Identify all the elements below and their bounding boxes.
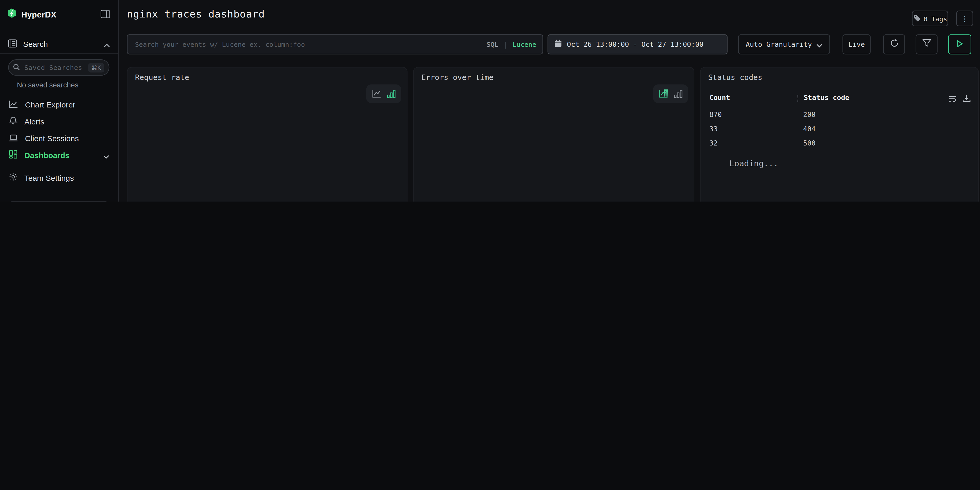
sidebar: HyperDX Search Saved Searches ⌘K No save… [0, 0, 119, 202]
sql-toggle[interactable]: SQL [487, 41, 498, 48]
granularity-value: Auto Granularity [746, 40, 812, 49]
table-body: 870200 33404 32500 [709, 107, 947, 151]
app-window: HyperDX Search Saved Searches ⌘K No save… [0, 0, 980, 202]
tag-icon [913, 13, 920, 24]
chevron-up-icon [104, 39, 110, 50]
chart-type-toggle: 00.751.52.33Oct 26 1:00:00 PM11:30:00 PM… [653, 84, 688, 103]
sidebar-collapse-icon[interactable] [100, 9, 110, 19]
column-header-count[interactable]: Count [709, 94, 797, 102]
bar-chart-icon[interactable] [387, 89, 396, 98]
saved-searches-input[interactable]: Saved Searches ⌘K [8, 59, 110, 76]
sidebar-item-chart-explorer[interactable]: Chart Explorer [0, 97, 118, 112]
loading-text: Loading... [729, 159, 778, 168]
refresh-button[interactable] [883, 35, 905, 54]
sidebar-item-label: Dashboards [24, 151, 70, 160]
chevron-down-icon [816, 39, 822, 50]
table-row[interactable]: 33404 [709, 122, 947, 136]
chart-line-icon [9, 100, 18, 111]
line-chart-icon[interactable]: 00.751.52.33Oct 26 1:00:00 PM11:30:00 PM… [659, 89, 668, 98]
hyperdx-logo-icon [7, 8, 17, 21]
chevron-down-icon [103, 150, 109, 161]
column-divider[interactable] [797, 94, 798, 102]
search-icon [13, 62, 20, 73]
table-header: Count Status code [709, 94, 947, 102]
tile-title: Request rate [135, 73, 189, 82]
brand[interactable]: HyperDX [7, 8, 57, 21]
download-icon[interactable] [963, 94, 971, 105]
search-section-icon [8, 39, 17, 50]
live-button[interactable]: Live [842, 35, 870, 54]
brand-name: HyperDX [21, 10, 57, 19]
events-search-box: SQL | Lucene [127, 35, 543, 54]
laptop-icon [9, 133, 18, 145]
dashboards-icon [9, 150, 18, 161]
tags-button[interactable]: 0 Tags [912, 11, 948, 26]
tile-title: Status codes [708, 73, 762, 82]
cell-count: 870 [709, 111, 803, 119]
cell-count: 32 [709, 139, 803, 148]
table-row[interactable]: 32500 [709, 136, 947, 151]
sidebar-item-label: Client Sessions [25, 134, 79, 143]
sidebar-item-search-label: Search [23, 40, 97, 49]
tile-request-rate: Request rate 09182736Oct 26 1:00:00 PM11… [127, 67, 408, 202]
sidebar-item-alerts[interactable]: Alerts [0, 115, 118, 129]
filter-button[interactable] [916, 35, 937, 54]
sidebar-item-label: Chart Explorer [25, 100, 75, 109]
play-icon [956, 39, 963, 50]
sidebar-item-label: Alerts [24, 118, 45, 126]
sidebar-item-search[interactable]: Search [0, 36, 118, 54]
cell-status-code: 200 [803, 111, 816, 119]
request-rate-chart [127, 83, 408, 202]
run-query-button[interactable] [948, 35, 971, 54]
dashboard-menu-button[interactable]: ⋮ [956, 11, 973, 26]
language-divider: | [503, 40, 508, 49]
wrap-lines-icon[interactable] [948, 94, 957, 105]
bell-icon [9, 116, 18, 127]
tile-status-codes: Status codes Count Status code 870200 33… [700, 67, 979, 202]
date-range-picker[interactable]: Oct 26 13:00:00 - Oct 27 13:00:00 [547, 35, 727, 54]
main-content: nginx traces dashboard 0 Tags ⋮ SQL | Lu… [119, 0, 980, 202]
table-row[interactable]: 870200 [709, 107, 947, 122]
tile-title: Errors over time [422, 73, 493, 82]
filter-funnel-icon [922, 39, 931, 50]
tile-errors-over-time: Errors over time 00.751.52.33Oct 26 1:00… [413, 67, 694, 202]
page-title: nginx traces dashboard [127, 8, 265, 20]
sidebar-item-team-settings[interactable]: Team Settings [0, 171, 118, 186]
errors-over-time-chart [414, 83, 695, 202]
bar-chart-icon[interactable] [674, 89, 682, 98]
cell-count: 33 [709, 125, 803, 133]
get-started-card: Get Started 2/3 Connect to ClickHouse Se… [8, 201, 110, 202]
tags-label: 0 Tags [923, 15, 947, 22]
chart-type-toggle: 09182736Oct 26 1:00:00 PM11:30:00 PM12:3… [366, 84, 401, 103]
sidebar-item-client-sessions[interactable]: Client Sessions [0, 131, 118, 146]
saved-searches-placeholder: Saved Searches [24, 64, 84, 71]
svg-text:12:30:00 PM: 12:30:00 PM [372, 89, 379, 90]
date-range-value: Oct 26 13:00:00 - Oct 27 13:00:00 [567, 40, 703, 49]
cell-status-code: 500 [803, 139, 816, 148]
no-saved-searches-text: No saved searches [17, 81, 78, 89]
sidebar-item-label: Team Settings [24, 174, 74, 183]
cell-status-code: 404 [803, 125, 816, 133]
calendar-icon [554, 39, 562, 50]
saved-searches-shortcut: ⌘K [88, 63, 104, 72]
refresh-icon [890, 39, 899, 50]
column-header-status-code[interactable]: Status code [804, 94, 850, 102]
gear-icon [9, 172, 18, 184]
events-search-input[interactable] [134, 40, 482, 49]
lucene-toggle[interactable]: Lucene [512, 41, 536, 48]
line-chart-icon[interactable]: 09182736Oct 26 1:00:00 PM11:30:00 PM12:3… [372, 89, 381, 98]
sidebar-item-dashboards[interactable]: Dashboards [0, 148, 118, 163]
granularity-select[interactable]: Auto Granularity [738, 35, 830, 54]
